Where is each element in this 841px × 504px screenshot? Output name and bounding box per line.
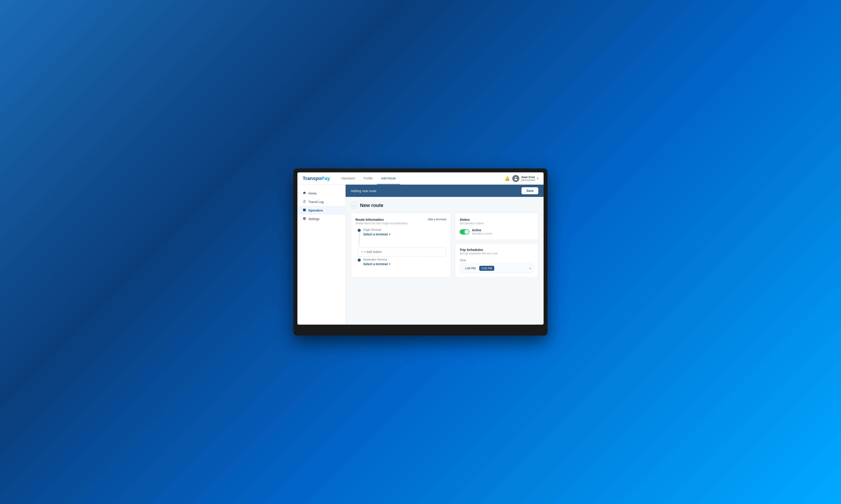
bell-icon[interactable]: 🔔 [505,176,510,181]
add-station-icon: + [361,250,363,254]
avatar [512,175,519,182]
toggle-label: Active [472,228,493,232]
back-icon: ‹ [354,204,355,207]
time-label: Time [460,258,534,262]
sidebar-item-home[interactable]: Home [297,189,345,198]
page-title: New route [360,202,383,208]
destination-terminal-item: Destination Terminal Select a terminal ▾ [358,258,446,270]
origin-dot [358,229,361,232]
header-title: Adding new route [351,189,377,193]
card-header-row: Route Information Details about this tri… [356,218,446,228]
destination-dot-col [358,258,361,262]
destination-select-text: Select a terminal [363,262,388,266]
sidebar: Home Transit Log Operators [297,185,346,325]
user-text: Juan Cruz Administrator [521,176,535,181]
origin-dropdown-arrow: ▾ [389,233,390,236]
toggle-knob: ✓ [464,230,469,234]
form-grid: Route Information Details about this tri… [351,213,538,277]
operators-icon [303,208,306,212]
destination-label: Destination Terminal [363,258,446,261]
route-builder: Origin Terminal Select a terminal ▾ [356,228,446,270]
sidebar-item-settings[interactable]: Settings [297,215,345,223]
toggle-label-group: Active Operator is active [472,228,493,235]
route-info-card: Route Information Details about this tri… [351,213,451,277]
origin-terminal-item: Origin Terminal Select a terminal ▾ [358,228,446,246]
status-title: Status [460,218,534,221]
back-button[interactable]: ‹ [351,202,357,209]
logo: TranspoPay [303,176,330,181]
tab-add-route[interactable]: Add Route [377,173,400,184]
header-bar: Adding new route Save [346,185,544,197]
transit-log-icon [303,200,306,204]
logo-transpo: Transpo [303,176,322,181]
origin-select[interactable]: Select a terminal ▾ [363,233,390,236]
add-station-label: + Add station [364,250,382,254]
sidebar-item-transit-log[interactable]: Transit Log [297,198,345,206]
user-role: Administrator [521,179,535,181]
user-info[interactable]: Juan Cruz Administrator ▾ [512,175,538,182]
route-info-subtitle: Details about this trip's origin and des… [356,222,408,225]
logo-pay: Pay [322,176,330,181]
toggle-sublabel: Operator is active [472,232,493,235]
status-card: Status Set operator's status ✓ [455,213,538,240]
toggle-check-icon: ✓ [466,231,468,233]
nav-tabs: Operators Profile Add Route [337,173,505,184]
trip-schedules-card: Trip Schedules Set trip schedules with t… [455,243,538,277]
add-station-row[interactable]: + + Add station [358,247,446,256]
content-area: Adding new route Save ‹ New route [346,185,544,325]
time-chips-row[interactable]: 1:00 PM 3:00 PM ▾ [460,264,534,273]
right-column: Status Set operator's status ✓ [455,213,538,277]
destination-select[interactable]: Select a terminal ▾ [363,262,390,266]
destination-terminal-body: Destination Terminal Select a terminal ▾ [363,258,446,270]
tab-operators[interactable]: Operators [337,173,359,184]
origin-dot-col [358,228,361,246]
page-content: ‹ New route Route Information Details ab… [346,197,544,325]
active-toggle[interactable]: ✓ [460,229,469,234]
toggle-row: ✓ Active Operator is active [460,228,534,235]
origin-label: Origin Terminal [363,228,446,231]
tab-profile[interactable]: Profile [359,173,377,184]
time-chip-1pm[interactable]: 1:00 PM [463,266,478,271]
nav-right: 🔔 Juan Cruz Administrator ▾ [505,175,538,182]
origin-terminal-body: Origin Terminal Select a terminal ▾ [363,228,446,240]
destination-dropdown-arrow: ▾ [389,263,390,266]
trip-schedules-title: Trip Schedules [460,248,534,252]
origin-select-text: Select a terminal [363,233,388,236]
page-header: ‹ New route [351,202,538,209]
chips-dropdown-arrow[interactable]: ▾ [529,267,531,270]
route-info-title: Route Information [356,218,408,221]
trip-schedules-subtitle: Set trip schedules with this route [460,252,534,255]
add-terminal-link[interactable]: Add a terminal [428,218,446,221]
settings-icon [303,217,306,221]
user-name: Juan Cruz [521,176,535,179]
sidebar-item-operators[interactable]: Operators [297,206,345,215]
status-subtitle: Set operator's status [460,222,534,225]
svg-rect-0 [303,209,306,211]
home-icon [303,191,306,195]
main-layout: Home Transit Log Operators [297,185,544,325]
top-nav: TranspoPay Operators Profile Add Route 🔔 [297,173,544,185]
origin-line [359,232,359,246]
destination-dot [358,258,361,262]
time-chip-3pm[interactable]: 3:00 PM [479,266,494,271]
user-dropdown-icon[interactable]: ▾ [537,177,538,180]
save-button[interactable]: Save [521,187,538,194]
